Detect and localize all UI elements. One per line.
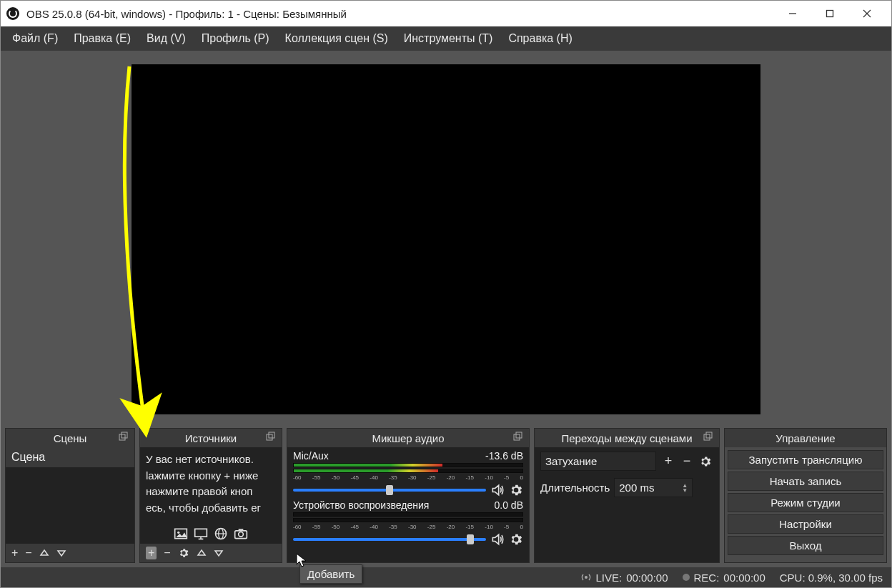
dock-sources-header[interactable]: Источники (140, 429, 282, 447)
close-button[interactable] (848, 1, 886, 26)
status-rec: REC: 00:00:00 (683, 572, 765, 584)
dock-scenes: Сцены Сцена + − (5, 428, 135, 563)
image-icon (173, 527, 189, 541)
popout-icon[interactable] (119, 432, 130, 443)
popout-icon[interactable] (703, 432, 715, 443)
svg-rect-1 (827, 11, 833, 17)
meter-ticks: -60-55-50-45-40-35-30-25-20-15-10-50 (293, 524, 523, 531)
transition-select[interactable]: Затухание (540, 452, 656, 471)
content-area: Сцены Сцена + − Источники (1, 51, 891, 567)
svg-rect-4 (119, 434, 125, 440)
svg-rect-5 (122, 432, 127, 438)
svg-rect-7 (269, 432, 274, 438)
volume-slider[interactable] (293, 489, 486, 492)
popout-icon[interactable] (266, 432, 277, 443)
transition-add-button[interactable]: + (660, 454, 676, 469)
dock-transitions-title: Переходы между сценами (561, 432, 692, 444)
scene-remove-button[interactable]: − (25, 547, 31, 559)
mixer-body: Mic/Aux -13.6 dB -60-55-50-45-40-35-30-2… (287, 447, 529, 562)
menu-profile[interactable]: Профиль (P) (194, 28, 277, 49)
scenes-list[interactable]: Сцена (6, 447, 134, 544)
transition-remove-button[interactable]: − (679, 454, 695, 469)
display-icon (193, 527, 209, 541)
menu-file[interactable]: Файл (F) (5, 28, 65, 49)
dock-controls: Управление Запустить трансляцию Начать з… (724, 428, 887, 563)
menu-edit[interactable]: Правка (E) (66, 28, 138, 49)
svg-rect-18 (239, 529, 244, 531)
meter (293, 512, 523, 517)
preview-canvas[interactable] (132, 64, 760, 414)
exit-button[interactable]: Выход (728, 536, 883, 555)
sources-hint: У вас нет источников. lажмите кнопку + н… (140, 447, 282, 520)
svg-rect-19 (514, 434, 520, 440)
scene-down-button[interactable] (56, 548, 66, 558)
dock-transitions-header[interactable]: Переходы между сценами (535, 429, 719, 447)
popout-icon[interactable] (513, 432, 525, 443)
gear-icon[interactable] (509, 483, 523, 497)
source-up-button[interactable] (197, 548, 207, 558)
titlebar[interactable]: OBS 25.0.8 (64-bit, windows) - Профиль: … (1, 1, 891, 26)
svg-point-17 (239, 532, 244, 537)
speaker-icon[interactable] (490, 483, 505, 497)
dock-sources-title: Источники (185, 432, 237, 444)
svg-rect-10 (195, 529, 207, 537)
dock-mixer-title: Микшер аудио (372, 432, 445, 444)
camera-icon (233, 527, 249, 541)
globe-icon (213, 527, 229, 541)
menu-tools[interactable]: Инструменты (T) (397, 28, 500, 49)
dock-scenes-title: Сцены (54, 432, 87, 444)
svg-rect-20 (516, 432, 522, 438)
source-remove-button[interactable]: − (164, 547, 170, 559)
dock-sources: Источники У вас нет источников. lажмите … (139, 428, 282, 563)
duration-spinbox[interactable]: 200 ms ▲▼ (614, 478, 693, 497)
settings-button[interactable]: Настройки (728, 514, 883, 534)
dock-mixer: Микшер аудио Mic/Aux -13.6 dB -60-55-50-… (287, 428, 530, 563)
meter (293, 463, 523, 467)
svg-point-9 (177, 532, 179, 534)
svg-rect-22 (706, 432, 712, 438)
transition-settings-button[interactable] (698, 454, 713, 469)
status-cpu: CPU: 0.9%, 30.00 fps (780, 572, 883, 584)
dock-mixer-header[interactable]: Микшер аудио (287, 429, 529, 447)
svg-point-23 (585, 576, 588, 579)
menubar: Файл (F) Правка (E) Вид (V) Профиль (P) … (1, 26, 891, 51)
start-stream-button[interactable]: Запустить трансляцию (728, 450, 883, 469)
meter-ticks: -60-55-50-45-40-35-30-25-20-15-10-50 (293, 474, 523, 482)
scene-add-button[interactable]: + (11, 547, 18, 559)
dock-controls-header[interactable]: Управление (725, 429, 886, 447)
source-add-button[interactable]: + (146, 547, 157, 559)
speaker-icon[interactable] (490, 532, 505, 547)
source-down-button[interactable] (214, 548, 224, 558)
scene-up-button[interactable] (39, 548, 49, 558)
mixer-track-mic: Mic/Aux -13.6 dB -60-55-50-45-40-35-30-2… (293, 450, 523, 497)
obs-logo-icon (6, 7, 19, 20)
track-db: -13.6 dB (485, 450, 523, 462)
maximize-button[interactable] (811, 1, 848, 26)
svg-rect-21 (704, 434, 710, 440)
minimize-button[interactable] (774, 1, 811, 26)
svg-rect-6 (267, 434, 272, 440)
scenes-toolbar: + − (6, 544, 134, 562)
gear-icon[interactable] (509, 532, 523, 547)
statusbar: LIVE: 00:00:00 REC: 00:00:00 CPU: 0.9%, … (1, 567, 891, 587)
studio-mode-button[interactable]: Режим студии (728, 493, 883, 512)
menu-scene-collection[interactable]: Коллекция сцен (S) (278, 28, 395, 49)
dock-controls-title: Управление (775, 432, 835, 444)
sources-list[interactable]: У вас нет источников. lажмите кнопку + н… (140, 447, 282, 544)
duration-label: Длительность (540, 482, 610, 494)
dock-scenes-header[interactable]: Сцены (6, 429, 134, 447)
sources-hint-icons (173, 527, 249, 541)
volume-slider[interactable] (293, 538, 486, 541)
broadcast-icon (581, 572, 591, 582)
meter (293, 469, 523, 473)
status-live: LIVE: 00:00:00 (581, 572, 668, 584)
menu-view[interactable]: Вид (V) (139, 28, 193, 49)
rec-dot-icon (683, 574, 690, 581)
start-record-button[interactable]: Начать запись (728, 472, 883, 491)
scene-item[interactable]: Сцена (6, 447, 134, 467)
preview-area (1, 51, 891, 428)
source-settings-button[interactable] (178, 547, 189, 559)
controls-body: Запустить трансляцию Начать запись Режим… (725, 447, 886, 562)
menu-help[interactable]: Справка (H) (501, 28, 579, 49)
sources-toolbar: + − Добавить (140, 544, 282, 562)
